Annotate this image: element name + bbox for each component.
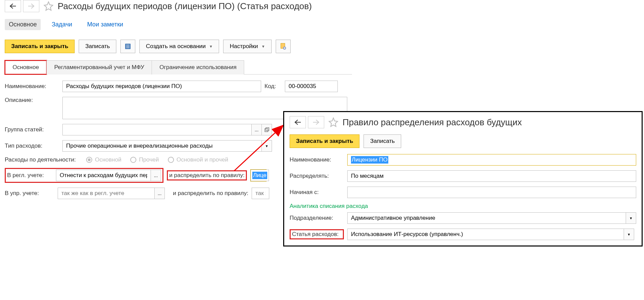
- group-lookup-button[interactable]: ...: [252, 124, 262, 135]
- ellipsis-icon: ...: [154, 173, 158, 178]
- arrow-right-icon: [313, 120, 319, 125]
- overlay-back-button[interactable]: [290, 116, 306, 128]
- label-activity: Расходы по деятельности:: [5, 156, 83, 163]
- chevron-down-icon: ▼: [629, 216, 633, 220]
- chevron-down-icon: ▼: [261, 44, 265, 48]
- group-input[interactable]: [62, 124, 252, 135]
- overlay-forward-button[interactable]: [308, 116, 324, 128]
- navtab-notes[interactable]: Мои заметки: [83, 19, 128, 30]
- distrib-rule-input[interactable]: Лице: [251, 170, 269, 181]
- overlay-label-division: Подразделение:: [290, 215, 344, 221]
- label-distrib-rule-2: и распределить по правилу:: [173, 190, 248, 197]
- label-type: Тип расходов:: [5, 143, 59, 149]
- star-icon[interactable]: [43, 1, 54, 11]
- label-regacc: В регл. учете:: [7, 172, 53, 179]
- radio-both-label: Основной и прочей: [177, 156, 228, 163]
- formtab-restrict[interactable]: Ограничение использования: [152, 60, 244, 74]
- overlay-save-close-button[interactable]: Записать и закрыть: [290, 134, 359, 148]
- radio-both[interactable]: Основной и прочей: [168, 156, 228, 163]
- chevron-down-icon: ▼: [209, 44, 213, 48]
- label-name: Наименование:: [5, 83, 59, 90]
- type-input[interactable]: [62, 140, 262, 152]
- save-close-button[interactable]: Записать и закрыть: [5, 40, 75, 53]
- create-based-button[interactable]: Создать на основании ▼: [139, 40, 219, 53]
- overlay-division-input[interactable]: [347, 212, 626, 224]
- label-code: Код:: [265, 83, 281, 90]
- mgmt-distrib-input[interactable]: [252, 188, 269, 199]
- overlay-save-button[interactable]: Записать: [364, 134, 401, 148]
- name-input[interactable]: [62, 81, 261, 92]
- mgmtacc-lookup-button[interactable]: ...: [155, 188, 165, 199]
- overlay-name-input[interactable]: Лицензии ПО: [347, 154, 636, 166]
- save-button[interactable]: Записать: [79, 40, 116, 53]
- document-gear-icon: [280, 43, 287, 50]
- back-button[interactable]: [5, 0, 21, 12]
- radio-main-label: Основной: [95, 156, 121, 163]
- navtab-main[interactable]: Основное: [5, 19, 41, 30]
- label-group: Группа статей:: [5, 126, 59, 133]
- radio-other[interactable]: Прочей: [130, 156, 159, 163]
- overlay-label-expenseitem: Статья расходов:: [292, 231, 338, 237]
- arrow-right-icon: [28, 3, 35, 9]
- radio-main[interactable]: Основной: [86, 156, 121, 163]
- label-mgmtacc: В упр. учете:: [5, 190, 54, 197]
- radio-other-label: Прочей: [139, 156, 159, 163]
- overlay-startfrom-input[interactable]: [347, 187, 636, 198]
- overlay-division-dropdown-button[interactable]: ▼: [626, 212, 636, 224]
- open-icon: [265, 127, 269, 132]
- radio-icon: [130, 157, 136, 163]
- svg-rect-8: [266, 128, 269, 131]
- group-open-button[interactable]: [262, 124, 272, 135]
- page-title: Расходы будущих периодов (лицензии ПО) (…: [58, 1, 312, 12]
- code-input[interactable]: [285, 81, 338, 92]
- forward-button[interactable]: [23, 0, 39, 12]
- mgmtacc-input[interactable]: [58, 188, 155, 199]
- overlay-expenseitem-input[interactable]: [347, 229, 624, 240]
- svg-rect-7: [265, 129, 268, 132]
- create-based-label: Создать на основании: [146, 43, 206, 50]
- radio-icon: [168, 157, 174, 163]
- navtab-tasks[interactable]: Задачи: [47, 19, 76, 30]
- overlay-analytics-header: Аналитика списания расхода: [290, 203, 636, 210]
- overlay-label-name: Наименование:: [290, 156, 344, 163]
- ellipsis-icon: ...: [158, 191, 162, 196]
- overlay-title: Правило распределения расходов будущих: [343, 117, 522, 128]
- settings-button[interactable]: Настройки ▼: [223, 40, 271, 53]
- chevron-down-icon: ▼: [627, 233, 631, 236]
- label-desc: Описание:: [5, 97, 59, 104]
- chevron-down-icon: ▼: [265, 144, 269, 148]
- list-icon: [125, 43, 131, 49]
- radio-icon: [86, 157, 92, 163]
- svg-point-6: [284, 47, 285, 49]
- formtab-regacc[interactable]: Регламентированный учет и МФУ: [46, 60, 152, 74]
- ellipsis-icon: ...: [255, 127, 259, 132]
- type-dropdown-button[interactable]: ▼: [262, 140, 272, 152]
- arrow-left-icon: [9, 3, 16, 9]
- overlay-distribute-input[interactable]: [347, 170, 636, 182]
- attach-icon-button[interactable]: [276, 40, 291, 53]
- arrow-left-icon: [294, 120, 301, 125]
- list-icon-button[interactable]: [120, 40, 135, 53]
- star-icon[interactable]: [328, 117, 338, 127]
- label-distrib-rule: и распределить по правилу:: [169, 172, 245, 179]
- overlay-label-startfrom: Начиная с:: [290, 189, 344, 196]
- overlay-label-distribute: Распределять:: [290, 173, 344, 179]
- formtab-main[interactable]: Основное: [5, 60, 47, 74]
- regacc-lookup-button[interactable]: ...: [151, 170, 161, 181]
- overlay-expenseitem-dropdown-button[interactable]: ▼: [624, 229, 634, 240]
- settings-label: Настройки: [230, 43, 258, 50]
- regacc-input[interactable]: [56, 170, 151, 181]
